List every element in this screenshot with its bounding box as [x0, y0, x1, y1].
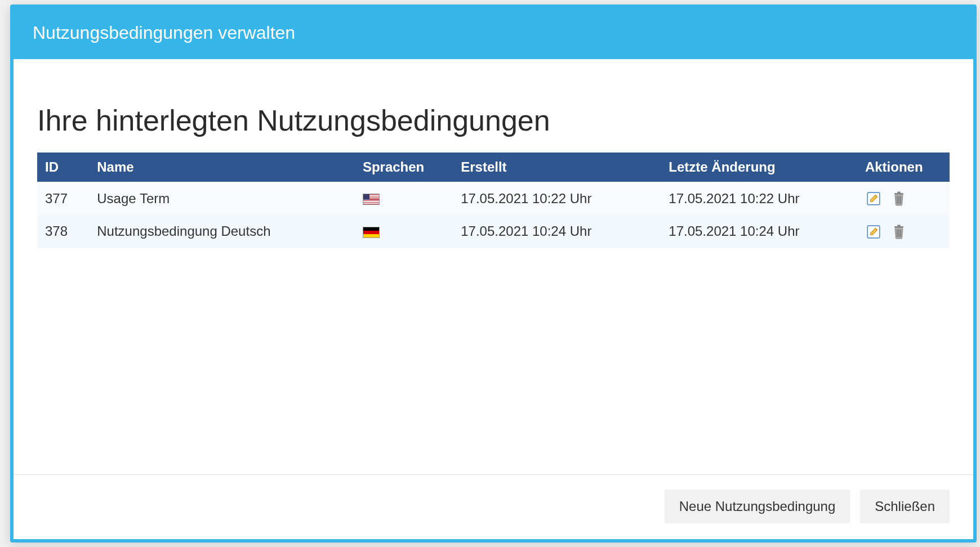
cell-actions — [857, 182, 950, 215]
flag-us-icon — [363, 194, 380, 205]
col-header-name: Name — [89, 153, 355, 182]
edit-button[interactable] — [865, 223, 882, 240]
cell-language — [355, 215, 453, 248]
section-heading: Ihre hinterlegten Nutzungsbedingungen — [37, 104, 950, 137]
delete-button[interactable] — [890, 223, 907, 240]
terms-table: ID Name Sprachen Erstellt Letzte Änderun… — [37, 153, 950, 248]
svg-rect-8 — [897, 225, 901, 226]
cell-created: 17.05.2021 10:24 Uhr — [453, 215, 661, 248]
cell-name: Nutzungsbedingung Deutsch — [89, 215, 355, 248]
cell-last-change: 17.05.2021 10:22 Uhr — [661, 182, 857, 215]
modal-title: Nutzungsbedingungen verwalten — [14, 8, 973, 59]
cell-created: 17.05.2021 10:22 Uhr — [453, 182, 661, 215]
flag-de-icon — [363, 227, 380, 238]
edit-icon — [866, 225, 881, 239]
cell-name: Usage Term — [89, 182, 355, 215]
table-row: 377 Usage Term 17.05.2021 10:22 Uhr 17.0… — [37, 182, 950, 215]
cell-id: 378 — [37, 215, 89, 248]
modal-footer: Neue Nutzungsbedingung Schließen — [14, 474, 973, 539]
col-header-actions: Aktionen — [857, 153, 950, 182]
table-row: 378 Nutzungsbedingung Deutsch 17.05.2021… — [37, 215, 950, 248]
modal-manage-terms: Nutzungsbedingungen verwalten Ihre hinte… — [10, 5, 977, 542]
cell-language — [355, 182, 453, 215]
edit-icon — [866, 191, 881, 206]
edit-button[interactable] — [865, 190, 882, 207]
close-button[interactable]: Schließen — [860, 490, 950, 523]
new-term-button[interactable]: Neue Nutzungsbedingung — [665, 490, 850, 523]
cell-actions — [857, 215, 950, 248]
trash-icon — [892, 225, 906, 239]
col-header-languages: Sprachen — [355, 153, 453, 182]
svg-rect-2 — [897, 191, 901, 193]
col-header-created: Erstellt — [453, 153, 661, 182]
modal-body: Ihre hinterlegten Nutzungsbedingungen ID… — [14, 59, 973, 474]
trash-icon — [892, 191, 906, 206]
table-header-row: ID Name Sprachen Erstellt Letzte Änderun… — [37, 153, 950, 182]
col-header-last-change: Letzte Änderung — [661, 153, 857, 182]
cell-id: 377 — [37, 182, 89, 215]
col-header-id: ID — [37, 153, 89, 182]
cell-last-change: 17.05.2021 10:24 Uhr — [661, 215, 857, 248]
delete-button[interactable] — [890, 190, 907, 207]
